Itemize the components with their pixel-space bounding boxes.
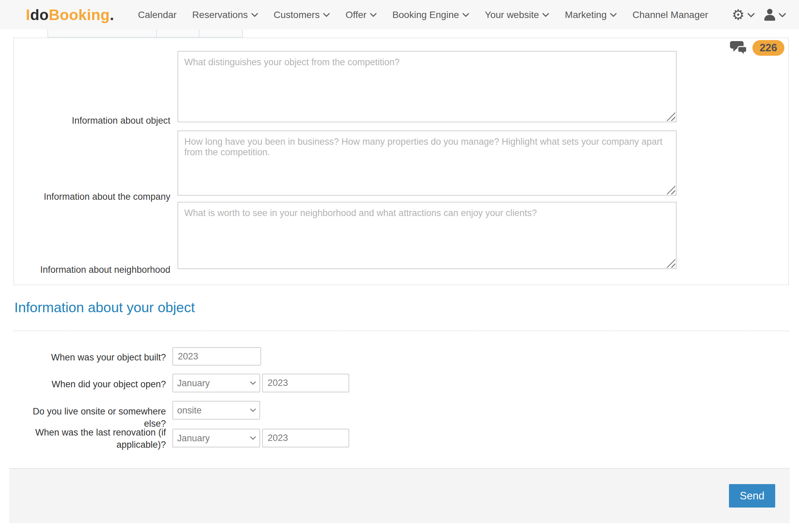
settings-menu[interactable]: ⚙	[732, 8, 754, 22]
last-renovation-year-input[interactable]	[262, 429, 349, 447]
nav-item-calendar[interactable]: Calendar	[138, 10, 177, 20]
object-open-month-select[interactable]: January	[172, 374, 260, 392]
nav-item-your-website[interactable]: Your website	[485, 10, 549, 20]
label-information-about-object: Information about object	[21, 115, 170, 127]
information-about-neighborhood-textarea[interactable]	[177, 202, 677, 269]
object-open-month-select-wrap: January	[172, 374, 260, 392]
idobooking-logo[interactable]: IdoBooking.	[26, 6, 114, 23]
page-section-title: Information about your object	[14, 300, 195, 316]
navbar-right-icons: ⚙	[732, 0, 785, 30]
description-form-panel: 226 Information about object Information…	[14, 38, 789, 285]
textarea-wrap-company	[177, 130, 677, 196]
label-object-built: When was your object built?	[14, 351, 166, 363]
live-onsite-select-wrap: onsite	[172, 401, 260, 420]
nav-label: Marketing	[565, 10, 607, 20]
nav-item-marketing[interactable]: Marketing	[565, 10, 617, 20]
nav-item-offer[interactable]: Offer	[345, 10, 377, 20]
nav-label: Reservations	[192, 10, 248, 20]
chevron-down-icon	[542, 13, 549, 17]
last-renovation-month-select-wrap: January	[172, 429, 260, 447]
form-footer: Send	[9, 468, 790, 523]
chevron-down-icon	[747, 13, 754, 17]
translation-counter: 226	[730, 40, 784, 56]
chevron-down-icon	[462, 13, 469, 17]
nav-item-reservations[interactable]: Reservations	[192, 10, 258, 20]
user-icon	[764, 9, 776, 21]
chevron-down-icon	[779, 13, 785, 17]
information-about-object-textarea[interactable]	[177, 51, 677, 122]
textarea-wrap-object	[177, 51, 677, 122]
dotted-divider	[14, 331, 789, 331]
last-renovation-month-select[interactable]: January	[172, 429, 260, 447]
information-about-company-textarea[interactable]	[177, 130, 677, 196]
top-navbar: IdoBooking. Calendar Reservations Custom…	[0, 0, 799, 30]
label-information-about-company: Information about the company	[21, 191, 170, 203]
chevron-down-icon	[251, 13, 258, 17]
nav-item-customers[interactable]: Customers	[274, 10, 330, 20]
label-information-about-neighborhood: Information about neighborhood	[21, 264, 170, 276]
nav-menu: Calendar Reservations Customers Offer Bo…	[138, 10, 708, 20]
gear-icon: ⚙	[732, 8, 745, 22]
nav-label: Booking Engine	[392, 10, 459, 20]
label-last-renovation: When was the last renovation (if applica…	[14, 426, 166, 451]
object-built-year-input[interactable]	[172, 347, 261, 366]
logo-seg-3: Booking	[49, 6, 110, 23]
account-menu[interactable]	[764, 9, 785, 21]
nav-item-channel-manager[interactable]: Channel Manager	[632, 10, 708, 20]
chat-bubbles-icon[interactable]	[730, 40, 748, 55]
send-button[interactable]: Send	[729, 484, 775, 508]
logo-seg-1: I	[26, 6, 30, 23]
nav-item-booking-engine[interactable]: Booking Engine	[392, 10, 469, 20]
label-object-open: When did your object open?	[14, 378, 166, 390]
chevron-down-icon	[610, 13, 617, 17]
count-badge: 226	[752, 40, 784, 56]
nav-label: Channel Manager	[632, 10, 708, 20]
nav-label: Your website	[485, 10, 539, 20]
nav-label: Offer	[345, 10, 367, 20]
logo-seg-4: .	[110, 6, 114, 23]
chevron-down-icon	[323, 13, 330, 17]
live-onsite-select[interactable]: onsite	[172, 401, 260, 420]
nav-label: Calendar	[138, 10, 177, 20]
nav-label: Customers	[274, 10, 320, 20]
logo-seg-2: do	[30, 6, 49, 23]
textarea-wrap-neighborhood	[177, 202, 677, 269]
object-open-year-input[interactable]	[262, 374, 349, 392]
chevron-down-icon	[370, 13, 377, 17]
